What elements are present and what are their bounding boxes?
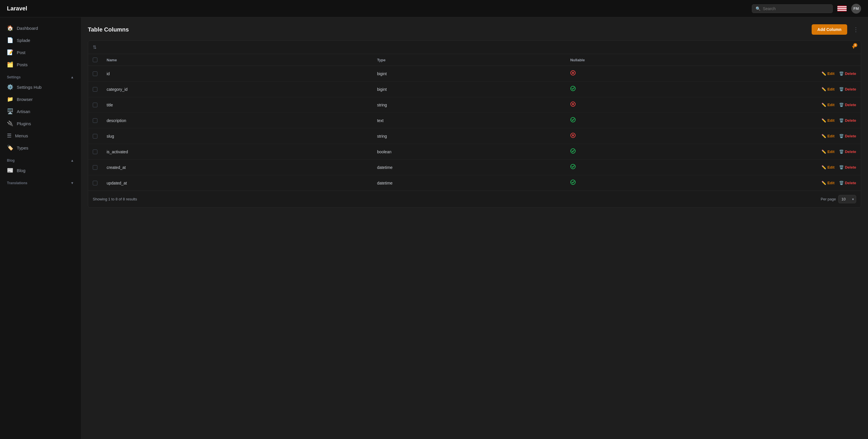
artisan-icon: 🖥️ [7, 108, 13, 115]
edit-icon: ✏️ [822, 87, 826, 91]
col-header-name: Name [102, 54, 372, 66]
cell-nullable [565, 66, 720, 82]
layout: 🏠 Dashboard 📄 Splade 📝 Post 🗂️ Posts Set… [0, 17, 868, 439]
sidebar-item-plugins[interactable]: 🔌 Plugins [0, 117, 81, 129]
delete-button[interactable]: 🗑️ Delete [839, 103, 856, 107]
sort-icon[interactable]: ⇅ [93, 45, 96, 50]
row-actions: ✏️ Edit 🗑️ Delete [725, 181, 856, 185]
translations-section[interactable]: Translations ▼ [0, 176, 81, 187]
nullable-icon [570, 134, 576, 139]
edit-button[interactable]: ✏️ Edit [822, 87, 835, 91]
table-row: id bigint ✏️ Edit 🗑️ Delete [88, 66, 861, 82]
search-bar[interactable]: 🔍 [752, 4, 833, 13]
sidebar-item-label: Dashboard [17, 26, 38, 31]
cell-nullable [565, 82, 720, 97]
header-actions: Add Column ⋮ [812, 24, 861, 35]
search-input[interactable] [763, 6, 829, 11]
cell-name: slug [102, 128, 372, 144]
per-page-select[interactable]: 102550100 [838, 195, 856, 203]
sidebar-item-posts[interactable]: 🗂️ Posts [0, 58, 81, 70]
row-checkbox[interactable] [93, 118, 97, 123]
cell-type: bigint [372, 66, 566, 82]
edit-button[interactable]: ✏️ Edit [822, 118, 835, 123]
sidebar-item-browser[interactable]: 📁 Browser [0, 93, 81, 105]
trash-icon: 🗑️ [839, 149, 844, 154]
svg-point-3 [571, 86, 575, 91]
filter-badge: 0 [853, 43, 857, 47]
trash-icon: 🗑️ [839, 103, 844, 107]
table-row: title string ✏️ Edit 🗑️ Delete [88, 97, 861, 113]
delete-button[interactable]: 🗑️ Delete [839, 71, 856, 76]
row-checkbox[interactable] [93, 181, 97, 185]
main-content: Table Columns Add Column ⋮ ⇅ ▼ 0 [81, 17, 868, 439]
menus-icon: ☰ [7, 133, 11, 139]
col-header-type: Type [372, 54, 566, 66]
cell-nullable [565, 175, 720, 191]
row-checkbox[interactable] [93, 71, 97, 76]
more-options-button[interactable]: ⋮ [851, 25, 861, 34]
filter-button[interactable]: ▼ 0 [851, 44, 856, 50]
cell-nullable [565, 144, 720, 159]
nullable-icon [570, 103, 576, 108]
sidebar-item-post[interactable]: 📝 Post [0, 46, 81, 58]
row-actions: ✏️ Edit 🗑️ Delete [725, 118, 856, 123]
svg-point-13 [571, 180, 575, 184]
cell-name: id [102, 66, 372, 82]
row-actions: ✏️ Edit 🗑️ Delete [725, 134, 856, 138]
chevron-down-icon: ▼ [70, 181, 74, 185]
edit-button[interactable]: ✏️ Edit [822, 181, 835, 185]
sidebar-item-settings-hub[interactable]: ⚙️ Settings Hub [0, 81, 81, 93]
row-checkbox[interactable] [93, 165, 97, 170]
sidebar-item-types[interactable]: 🏷️ Types [0, 142, 81, 154]
sidebar-item-label: Posts [17, 62, 28, 67]
cell-type: text [372, 113, 566, 128]
nullable-icon [570, 71, 576, 77]
edit-button[interactable]: ✏️ Edit [822, 71, 835, 76]
trash-icon: 🗑️ [839, 71, 844, 76]
row-checkbox[interactable] [93, 134, 97, 139]
sidebar-item-menus[interactable]: ☰ Menus [0, 129, 81, 142]
svg-point-11 [571, 149, 575, 153]
sidebar-item-label: Types [17, 145, 28, 150]
delete-button[interactable]: 🗑️ Delete [839, 134, 856, 138]
sidebar: 🏠 Dashboard 📄 Splade 📝 Post 🗂️ Posts Set… [0, 17, 81, 439]
trash-icon: 🗑️ [839, 118, 844, 123]
cell-nullable [565, 128, 720, 144]
delete-button[interactable]: 🗑️ Delete [839, 181, 856, 185]
edit-button[interactable]: ✏️ Edit [822, 165, 835, 170]
edit-icon: ✏️ [822, 71, 826, 76]
nullable-icon [570, 118, 576, 124]
delete-button[interactable]: 🗑️ Delete [839, 165, 856, 170]
chevron-up-icon: ▲ [70, 158, 74, 163]
edit-button[interactable]: ✏️ Edit [822, 134, 835, 138]
row-checkbox[interactable] [93, 149, 97, 154]
per-page-selector: Per page 102550100 [820, 195, 856, 203]
sidebar-item-splade[interactable]: 📄 Splade [0, 34, 81, 46]
sidebar-item-artisan[interactable]: 🖥️ Artisan [0, 105, 81, 117]
select-all-checkbox[interactable] [93, 58, 97, 62]
blog-section[interactable]: Blog ▲ [0, 154, 81, 164]
delete-button[interactable]: 🗑️ Delete [839, 87, 856, 91]
cell-type: string [372, 128, 566, 144]
settings-section[interactable]: Settings ▲ [0, 70, 81, 81]
sidebar-item-blog[interactable]: 📰 Blog [0, 164, 81, 176]
row-checkbox[interactable] [93, 103, 97, 107]
delete-button[interactable]: 🗑️ Delete [839, 118, 856, 123]
sidebar-item-label: Post [17, 50, 25, 55]
row-actions: ✏️ Edit 🗑️ Delete [725, 149, 856, 154]
sidebar-item-dashboard[interactable]: 🏠 Dashboard [0, 22, 81, 34]
table-row: category_id bigint ✏️ Edit 🗑️ Delete [88, 82, 861, 97]
svg-point-7 [571, 117, 575, 122]
add-column-button[interactable]: Add Column [812, 24, 847, 35]
flag-icon [837, 5, 847, 12]
row-checkbox[interactable] [93, 87, 97, 92]
edit-button[interactable]: ✏️ Edit [822, 103, 835, 107]
sidebar-item-label: Browser [17, 97, 33, 102]
sidebar-item-label: Settings Hub [17, 85, 41, 90]
cell-type: boolean [372, 144, 566, 159]
sidebar-item-label: Artisan [17, 109, 30, 114]
table-row: description text ✏️ Edit 🗑️ Delete [88, 113, 861, 128]
edit-button[interactable]: ✏️ Edit [822, 149, 835, 154]
topnav: Laravel 🔍 FM [0, 0, 868, 17]
delete-button[interactable]: 🗑️ Delete [839, 149, 856, 154]
